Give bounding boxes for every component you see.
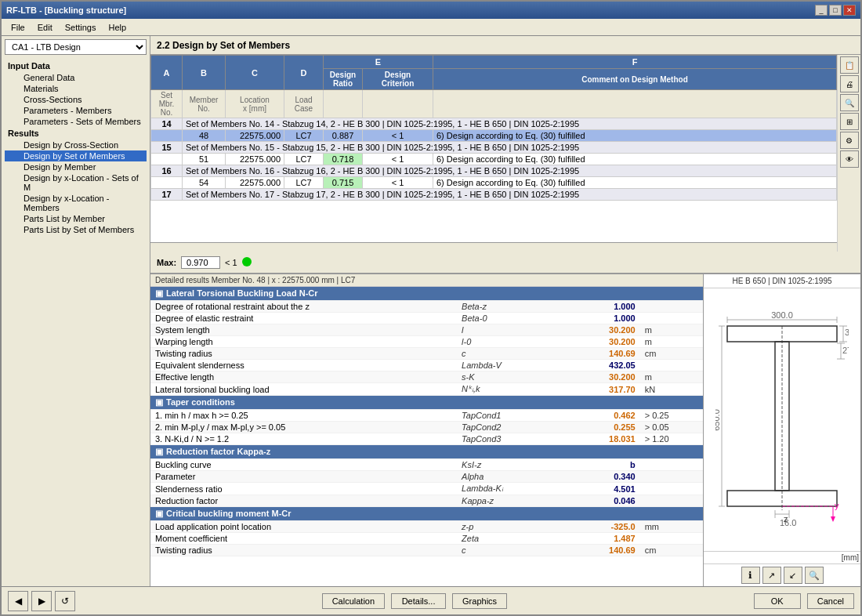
cell-criterion: 6) Design according to Eq. (30) fulfille… xyxy=(433,130,837,142)
set-description: Set of Members No. 14 - Stabzug 14, 2 - … xyxy=(183,118,837,130)
details-button[interactable]: Details... xyxy=(391,593,446,609)
table-row[interactable]: 14 Set of Members No. 14 - Stabzug 14, 2… xyxy=(151,118,837,130)
cs-export-button[interactable]: ↗ xyxy=(762,567,781,584)
title-bar: RF-LTB - [Buckling structure] _ □ ✕ xyxy=(2,2,860,19)
table-row[interactable]: 16 Set of Members No. 16 - Stabzug 16, 2… xyxy=(151,165,837,177)
sidebar-item-parts-list-member[interactable]: Parts List by Member xyxy=(5,213,147,224)
subheader-location: Locationx [mm] xyxy=(226,90,284,118)
detail-row: System length l 30.200 m xyxy=(150,324,703,336)
section-ltb: ▣Lateral Torsional Buckling Load N-Cr xyxy=(150,287,703,301)
refresh-button[interactable]: ↺ xyxy=(55,591,75,611)
results-section: Results xyxy=(5,127,147,140)
col-header-b: B xyxy=(183,56,226,90)
subheader-criterion xyxy=(363,90,433,118)
cross-section-unit: [mm] xyxy=(704,551,860,563)
col-header-c: C xyxy=(226,56,284,90)
menu-help[interactable]: Help xyxy=(102,21,132,34)
content-panel: 2.2 Design by Set of Members A B C D xyxy=(150,36,860,586)
calculation-button[interactable]: Calculation xyxy=(322,593,385,609)
filter-button[interactable]: ⊞ xyxy=(840,113,859,130)
cs-zoom-button[interactable]: 🔍 xyxy=(805,567,824,584)
max-compare: < 1 xyxy=(225,258,237,267)
menu-settings[interactable]: Settings xyxy=(59,21,103,34)
cell-location: 22575.000 xyxy=(226,154,284,165)
close-button[interactable]: ✕ xyxy=(843,5,856,16)
bottom-bar: ◀ ▶ ↺ Calculation Details... Graphics OK… xyxy=(2,586,860,614)
sidebar-item-general-data[interactable]: General Data xyxy=(5,72,147,83)
detail-row: Moment coefficient Zeta 1.487 xyxy=(150,533,703,545)
sidebar: CA1 - LTB Design Input Data General Data… xyxy=(2,36,150,586)
svg-text:27.0: 27.0 xyxy=(842,346,849,355)
maximize-button[interactable]: □ xyxy=(829,5,842,16)
table-row[interactable]: 54 22575.000 LC7 0.715 < 1 6) Design acc… xyxy=(151,177,837,189)
svg-text:z: z xyxy=(784,514,788,524)
max-label: Max: xyxy=(157,258,176,267)
detail-results-panel: Detailed results Member No. 48 | x : 225… xyxy=(150,274,704,586)
menu-bar: File Edit Settings Help xyxy=(2,19,860,36)
menu-file[interactable]: File xyxy=(5,21,31,34)
sidebar-item-parameters-sets[interactable]: Parameters - Sets of Members xyxy=(5,116,147,127)
table-row[interactable]: 15 Set of Members No. 15 - Stabzug 15, 2… xyxy=(151,142,837,154)
detail-row: 1. min h / max h >= 0.25 TapCond1 0.462 … xyxy=(150,410,703,422)
cancel-button[interactable]: Cancel xyxy=(807,593,854,609)
detail-area: Detailed results Member No. 48 | x : 225… xyxy=(150,274,860,586)
sidebar-item-parameters-members[interactable]: Parameters - Members xyxy=(5,105,147,116)
sidebar-item-design-x-members[interactable]: Design by x-Location - Members xyxy=(5,193,147,213)
set-no: 16 xyxy=(151,165,183,177)
svg-text:300.0: 300.0 xyxy=(771,310,793,320)
next-button[interactable]: ▶ xyxy=(31,591,52,611)
settings-table-button[interactable]: ⚙ xyxy=(840,132,859,149)
zoom-button[interactable]: 🔍 xyxy=(840,94,859,111)
sidebar-item-design-set-members[interactable]: Design by Set of Members xyxy=(5,150,147,161)
case-dropdown[interactable]: CA1 - LTB Design xyxy=(5,39,147,55)
detail-row: 2. min M-pl,y / max M-pl,y >= 0.05 TapCo… xyxy=(150,422,703,433)
subheader-load: LoadCase xyxy=(284,90,324,118)
table-row[interactable]: 17 Set of Members No. 17 - Stabzug 17, 2… xyxy=(151,189,837,201)
cell-member: 54 xyxy=(183,177,226,189)
set-no: 14 xyxy=(151,118,183,130)
main-area: CA1 - LTB Design Input Data General Data… xyxy=(2,36,860,586)
info-button[interactable]: ℹ xyxy=(741,567,760,584)
col-header-f: F xyxy=(433,56,837,69)
cs-import-button[interactable]: ↙ xyxy=(784,567,802,584)
window-title: RF-LTB - [Buckling structure] xyxy=(6,5,126,15)
table-row[interactable]: 51 22575.000 LC7 0.718 < 1 6) Design acc… xyxy=(151,154,837,165)
results-table-area: A B C D E F DesignRatio DesignCriterion xyxy=(150,55,837,243)
detail-row: Buckling curve KsI-z b xyxy=(150,459,703,471)
sidebar-item-design-x-sets[interactable]: Design by x-Location - Sets of M xyxy=(5,172,147,193)
col-header-comment: Comment on Design Method xyxy=(433,69,837,90)
detail-row: Parameter Alpha 0.340 xyxy=(150,471,703,483)
menu-edit[interactable]: Edit xyxy=(31,21,59,34)
detail-row: Slenderness ratio Lambda-Kᵢ 4.501 xyxy=(150,483,703,495)
set-no: 15 xyxy=(151,142,183,154)
minimize-button[interactable]: _ xyxy=(815,5,828,16)
cell-location: 22575.000 xyxy=(226,130,284,142)
set-no: 17 xyxy=(151,189,183,201)
subheader-ratio xyxy=(324,90,363,118)
graphics-button[interactable]: Graphics xyxy=(452,593,507,609)
detail-row: Equivalent slenderness Lambda-V 432.05 xyxy=(150,360,703,371)
sidebar-item-materials[interactable]: Materials xyxy=(5,83,147,94)
col-header-e: E xyxy=(324,56,433,69)
subheader-comment xyxy=(433,90,837,118)
detail-row: Load application point location z-p -325… xyxy=(150,521,703,533)
print-button[interactable]: 🖨 xyxy=(840,75,859,92)
bottom-right-buttons: OK Cancel xyxy=(754,593,854,609)
ok-button[interactable]: OK xyxy=(754,593,801,609)
sidebar-item-cross-sections[interactable]: Cross-Sections xyxy=(5,94,147,105)
green-indicator xyxy=(242,257,252,268)
sidebar-item-design-member[interactable]: Design by Member xyxy=(5,161,147,172)
view-button[interactable]: 👁 xyxy=(840,150,859,168)
section-mcr: ▣Critical buckling moment M-Cr xyxy=(150,507,703,521)
table-row[interactable]: 48 22575.000 LC7 0.887 < 1 6) Design acc… xyxy=(151,130,837,142)
sidebar-item-parts-list-set[interactable]: Parts List by Set of Members xyxy=(5,224,147,235)
export-table-button[interactable]: 📋 xyxy=(840,56,859,74)
cell-set xyxy=(151,154,183,165)
prev-button[interactable]: ◀ xyxy=(8,591,28,611)
sidebar-item-design-cross-section[interactable]: Design by Cross-Section xyxy=(5,140,147,150)
max-row: Max: 0.970 < 1 xyxy=(150,252,860,274)
cell-member: 48 xyxy=(183,130,226,142)
detail-row: Warping length l-0 30.200 m xyxy=(150,336,703,348)
cell-set xyxy=(151,130,183,142)
set-description: Set of Members No. 16 - Stabzug 16, 2 - … xyxy=(183,165,837,177)
